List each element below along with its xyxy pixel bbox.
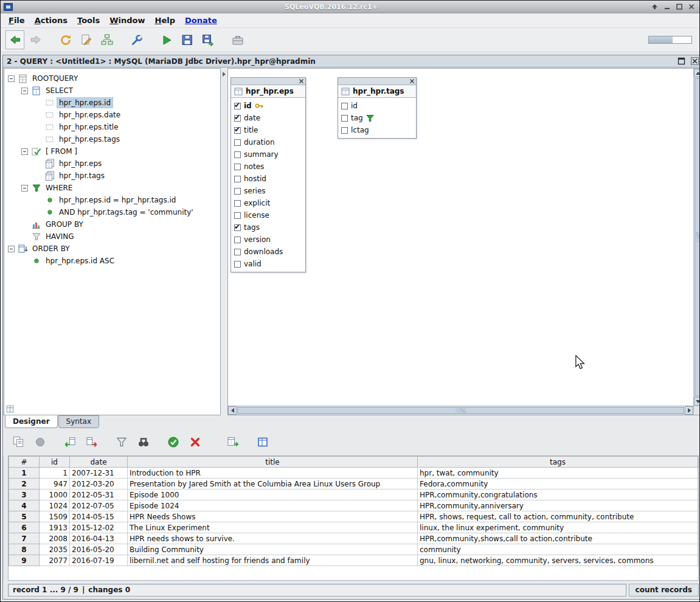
collapse-icon[interactable]: [21, 88, 28, 94]
minimize-button[interactable]: [662, 2, 672, 12]
save-as-button[interactable]: [198, 30, 217, 49]
table-row[interactable]: 1 1 2007-12-31 Introduction to HPR hpr, …: [9, 468, 698, 479]
column-row-valid[interactable]: valid: [231, 258, 305, 270]
tree-item-where[interactable]: WHERE: [4, 182, 220, 194]
apply-button[interactable]: [164, 432, 183, 452]
query-frame-titlebar[interactable]: 2 - QUERY : <Untitled1> : MySQL (MariaDB…: [3, 55, 700, 67]
table-card-tags[interactable]: hpr_hpr.tags id tag: [338, 77, 417, 139]
row-number-cell[interactable]: 4: [9, 500, 40, 511]
header-tags[interactable]: tags: [418, 457, 698, 468]
id-cell[interactable]: 1: [40, 468, 70, 479]
column-row-version[interactable]: version: [231, 234, 305, 246]
row-number-cell[interactable]: 9: [9, 555, 40, 566]
column-row-hostid[interactable]: hostid: [231, 173, 305, 185]
tab-syntax[interactable]: Syntax: [58, 415, 99, 428]
vertical-scrollbar[interactable]: [693, 69, 700, 406]
menu-donate[interactable]: Donate: [181, 15, 221, 26]
briefcase-button[interactable]: [228, 30, 247, 49]
checkbox-checked[interactable]: [234, 127, 241, 134]
column-row-downloads[interactable]: downloads: [231, 246, 305, 258]
cancel-button[interactable]: [185, 432, 205, 452]
table-row[interactable]: 2 947 2012-03-20 Presentation by Jared S…: [9, 479, 698, 490]
checkbox-unchecked[interactable]: [234, 237, 241, 243]
column-row-title[interactable]: title: [231, 124, 305, 136]
tab-designer[interactable]: Designer: [5, 415, 58, 428]
table-card-eps[interactable]: hpr_hpr.eps id date: [230, 77, 306, 272]
collapse-icon[interactable]: [21, 185, 28, 192]
export-button[interactable]: [223, 432, 243, 452]
date-cell[interactable]: 2007-12-31: [70, 468, 128, 479]
id-cell[interactable]: 2077: [40, 555, 70, 566]
tree-item-column[interactable]: hpr_hpr.eps.title: [4, 121, 220, 133]
table-row[interactable]: 6 1913 2015-12-02 The Linux Experiment l…: [9, 522, 698, 533]
table-row[interactable]: 8 2035 2016-05-20 Building Community com…: [9, 544, 698, 555]
column-row-summary[interactable]: summary: [231, 148, 305, 161]
column-row-explicit[interactable]: explicit: [231, 197, 305, 209]
tree-item-having[interactable]: HAVING: [4, 230, 220, 243]
close-button[interactable]: [686, 2, 696, 12]
tags-cell[interactable]: hpr, twat, community: [418, 468, 698, 479]
tree-item-column[interactable]: hpr_hpr.eps.tags: [4, 133, 220, 145]
column-row-id[interactable]: id: [231, 100, 305, 112]
row-number-cell[interactable]: 1: [9, 468, 40, 479]
prev-page-button[interactable]: [60, 432, 80, 452]
checkbox-checked[interactable]: [234, 115, 241, 122]
checkbox-checked[interactable]: [234, 224, 241, 231]
title-cell[interactable]: HPR needs shows to survive.: [128, 533, 418, 544]
tree-item-groupby[interactable]: GROUP BY: [4, 218, 220, 230]
card-titlebar[interactable]: [338, 78, 416, 85]
forward-button[interactable]: [26, 30, 45, 49]
tree-item-column[interactable]: hpr_hpr.eps.id: [4, 97, 220, 109]
column-row-tag[interactable]: tag: [338, 112, 416, 124]
row-number-cell[interactable]: 6: [9, 522, 40, 533]
table-row[interactable]: 5 1509 2014-05-15 HPR Needs Shows HPR, s…: [9, 511, 698, 522]
tags-cell[interactable]: HPR, shows, request, call to action, com…: [418, 511, 698, 522]
column-row-notes[interactable]: notes: [231, 161, 305, 173]
row-number-cell[interactable]: 3: [9, 490, 40, 500]
checkbox-checked[interactable]: [234, 103, 241, 109]
shade-button[interactable]: [650, 2, 660, 12]
tags-cell[interactable]: linux, the linux experiment, community: [418, 522, 698, 533]
tags-cell[interactable]: HPR,community,shows,call to action,contr…: [418, 533, 698, 544]
tree-item-condition[interactable]: hpr_hpr.eps.id = hpr_hpr.tags.id: [4, 194, 220, 206]
scrollbar-thumb[interactable]: [695, 78, 700, 396]
scrollbar-thumb[interactable]: [237, 407, 684, 414]
checkbox-unchecked[interactable]: [341, 127, 348, 134]
next-page-button[interactable]: [82, 432, 102, 452]
table-row[interactable]: 4 1024 2012-07-05 Episode 1024 HPR,commu…: [9, 500, 698, 511]
collapse-icon[interactable]: [21, 148, 28, 155]
collapse-icon[interactable]: [8, 75, 15, 82]
column-row-duration[interactable]: duration: [231, 136, 305, 148]
tools-button[interactable]: [127, 30, 146, 49]
header-id[interactable]: id: [40, 457, 70, 468]
collapse-icon[interactable]: [8, 246, 15, 252]
title-cell[interactable]: Introduction to HPR: [128, 468, 418, 479]
menu-actions[interactable]: Actions: [30, 15, 72, 26]
menu-help[interactable]: Help: [151, 15, 179, 26]
column-row-id[interactable]: id: [338, 100, 416, 112]
row-number-cell[interactable]: 7: [9, 533, 40, 544]
title-cell[interactable]: libernil.net and self hosting for friend…: [128, 555, 418, 566]
id-cell[interactable]: 947: [40, 479, 70, 490]
column-row-series[interactable]: series: [231, 185, 305, 197]
refresh-button[interactable]: [56, 30, 75, 49]
date-cell[interactable]: 2016-05-20: [70, 544, 128, 555]
tags-cell[interactable]: gnu, linux, networking, community, serve…: [418, 555, 698, 566]
title-cell[interactable]: Presentation by Jared Smith at the Colum…: [128, 479, 418, 490]
tree-item-table[interactable]: hpr_hpr.tags: [4, 170, 220, 182]
column-row-lctag[interactable]: lctag: [338, 124, 416, 136]
tree-item-from[interactable]: [ FROM ]: [4, 145, 220, 157]
filter-button[interactable]: [112, 432, 131, 452]
edit-query-button[interactable]: [77, 30, 95, 49]
card-header[interactable]: hpr_hpr.tags: [338, 85, 416, 98]
id-cell[interactable]: 1913: [40, 522, 70, 533]
scroll-down-icon[interactable]: [694, 397, 700, 406]
menu-window[interactable]: Window: [105, 15, 149, 26]
row-number-cell[interactable]: 8: [9, 544, 40, 555]
title-cell[interactable]: The Linux Experiment: [128, 522, 418, 533]
checkbox-unchecked[interactable]: [234, 188, 241, 195]
id-cell[interactable]: 1024: [40, 500, 70, 511]
table-row[interactable]: 7 2008 2016-04-13 HPR needs shows to sur…: [9, 533, 698, 544]
horizontal-scrollbar[interactable]: [228, 406, 693, 415]
checkbox-unchecked[interactable]: [234, 261, 241, 268]
